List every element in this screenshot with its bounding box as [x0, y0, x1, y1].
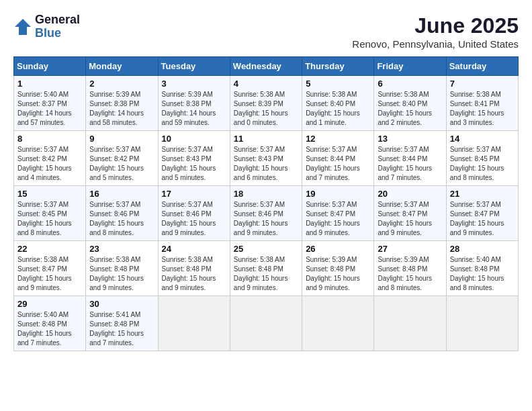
- weekday-header-monday: Monday: [86, 57, 158, 76]
- day-info: Sunrise: 5:37 AMSunset: 8:46 PMDaylight:…: [162, 200, 226, 238]
- day-number: 16: [89, 189, 154, 199]
- logo-text: General Blue: [35, 13, 80, 40]
- day-info: Sunrise: 5:37 AMSunset: 8:45 PMDaylight:…: [450, 145, 515, 183]
- day-number: 10: [162, 134, 226, 144]
- day-number: 1: [17, 79, 82, 89]
- calendar-cell: 2Sunrise: 5:39 AMSunset: 8:38 PMDaylight…: [86, 76, 158, 131]
- logo-blue: Blue: [35, 27, 80, 40]
- calendar-week-4: 22Sunrise: 5:38 AMSunset: 8:47 PMDayligh…: [14, 241, 519, 296]
- day-info: Sunrise: 5:37 AMSunset: 8:43 PMDaylight:…: [234, 145, 298, 183]
- day-info: Sunrise: 5:37 AMSunset: 8:42 PMDaylight:…: [17, 145, 82, 183]
- day-info: Sunrise: 5:41 AMSunset: 8:48 PMDaylight:…: [89, 310, 154, 348]
- calendar-cell: [158, 296, 230, 351]
- calendar-cell: 30Sunrise: 5:41 AMSunset: 8:48 PMDayligh…: [86, 296, 158, 351]
- title-area: June 2025 Renovo, Pennsylvania, United S…: [352, 13, 519, 50]
- calendar-cell: 13Sunrise: 5:37 AMSunset: 8:44 PMDayligh…: [374, 131, 446, 186]
- calendar-cell: 8Sunrise: 5:37 AMSunset: 8:42 PMDaylight…: [14, 131, 86, 186]
- day-number: 14: [450, 134, 515, 144]
- day-number: 23: [89, 244, 154, 254]
- calendar-cell: 23Sunrise: 5:38 AMSunset: 8:48 PMDayligh…: [86, 241, 158, 296]
- day-number: 24: [162, 244, 226, 254]
- calendar-header-row: SundayMondayTuesdayWednesdayThursdayFrid…: [14, 57, 519, 76]
- weekday-header-tuesday: Tuesday: [158, 57, 230, 76]
- day-number: 18: [234, 189, 298, 199]
- day-number: 19: [306, 189, 370, 199]
- day-info: Sunrise: 5:38 AMSunset: 8:41 PMDaylight:…: [450, 90, 515, 128]
- day-info: Sunrise: 5:37 AMSunset: 8:47 PMDaylight:…: [378, 200, 442, 238]
- month-title: June 2025: [352, 13, 519, 38]
- calendar-cell: 21Sunrise: 5:37 AMSunset: 8:47 PMDayligh…: [446, 186, 518, 241]
- calendar-cell: 1Sunrise: 5:40 AMSunset: 8:37 PMDaylight…: [14, 76, 86, 131]
- day-number: 4: [234, 79, 298, 89]
- calendar-cell: 27Sunrise: 5:39 AMSunset: 8:48 PMDayligh…: [374, 241, 446, 296]
- day-number: 15: [17, 189, 82, 199]
- day-info: Sunrise: 5:37 AMSunset: 8:46 PMDaylight:…: [234, 200, 298, 238]
- day-info: Sunrise: 5:38 AMSunset: 8:48 PMDaylight:…: [89, 255, 154, 293]
- calendar-cell: 16Sunrise: 5:37 AMSunset: 8:46 PMDayligh…: [86, 186, 158, 241]
- day-info: Sunrise: 5:39 AMSunset: 8:48 PMDaylight:…: [306, 255, 370, 293]
- calendar-cell: [230, 296, 302, 351]
- calendar-cell: 3Sunrise: 5:39 AMSunset: 8:38 PMDaylight…: [158, 76, 230, 131]
- location: Renovo, Pennsylvania, United States: [352, 38, 519, 50]
- calendar-week-3: 15Sunrise: 5:37 AMSunset: 8:45 PMDayligh…: [14, 186, 519, 241]
- calendar-week-2: 8Sunrise: 5:37 AMSunset: 8:42 PMDaylight…: [14, 131, 519, 186]
- calendar-cell: 20Sunrise: 5:37 AMSunset: 8:47 PMDayligh…: [374, 186, 446, 241]
- calendar-cell: 12Sunrise: 5:37 AMSunset: 8:44 PMDayligh…: [302, 131, 374, 186]
- calendar-cell: 24Sunrise: 5:38 AMSunset: 8:48 PMDayligh…: [158, 241, 230, 296]
- day-number: 7: [450, 79, 515, 89]
- calendar-cell: 7Sunrise: 5:38 AMSunset: 8:41 PMDaylight…: [446, 76, 518, 131]
- calendar-cell: 19Sunrise: 5:37 AMSunset: 8:47 PMDayligh…: [302, 186, 374, 241]
- day-number: 22: [17, 244, 82, 254]
- day-info: Sunrise: 5:39 AMSunset: 8:48 PMDaylight:…: [378, 255, 442, 293]
- calendar-cell: 25Sunrise: 5:38 AMSunset: 8:48 PMDayligh…: [230, 241, 302, 296]
- calendar-cell: 15Sunrise: 5:37 AMSunset: 8:45 PMDayligh…: [14, 186, 86, 241]
- day-info: Sunrise: 5:40 AMSunset: 8:48 PMDaylight:…: [17, 310, 82, 348]
- day-info: Sunrise: 5:40 AMSunset: 8:48 PMDaylight:…: [450, 255, 515, 293]
- weekday-header-wednesday: Wednesday: [230, 57, 302, 76]
- logo: General Blue: [13, 13, 80, 40]
- day-info: Sunrise: 5:39 AMSunset: 8:38 PMDaylight:…: [89, 90, 154, 128]
- weekday-header-saturday: Saturday: [446, 57, 518, 76]
- calendar-table: SundayMondayTuesdayWednesdayThursdayFrid…: [13, 56, 519, 351]
- calendar-cell: 11Sunrise: 5:37 AMSunset: 8:43 PMDayligh…: [230, 131, 302, 186]
- logo-icon: [13, 17, 32, 36]
- calendar-cell: 18Sunrise: 5:37 AMSunset: 8:46 PMDayligh…: [230, 186, 302, 241]
- calendar-cell: 28Sunrise: 5:40 AMSunset: 8:48 PMDayligh…: [446, 241, 518, 296]
- day-info: Sunrise: 5:39 AMSunset: 8:38 PMDaylight:…: [162, 90, 226, 128]
- day-number: 28: [450, 244, 515, 254]
- day-info: Sunrise: 5:37 AMSunset: 8:42 PMDaylight:…: [89, 145, 154, 183]
- day-info: Sunrise: 5:38 AMSunset: 8:40 PMDaylight:…: [378, 90, 442, 128]
- calendar-cell: 9Sunrise: 5:37 AMSunset: 8:42 PMDaylight…: [86, 131, 158, 186]
- calendar-cell: [374, 296, 446, 351]
- day-number: 29: [17, 299, 82, 309]
- day-info: Sunrise: 5:37 AMSunset: 8:47 PMDaylight:…: [450, 200, 515, 238]
- calendar-cell: [446, 296, 518, 351]
- day-number: 8: [17, 134, 82, 144]
- page-header: General Blue June 2025 Renovo, Pennsylva…: [13, 13, 519, 50]
- day-number: 3: [162, 79, 226, 89]
- day-number: 9: [89, 134, 154, 144]
- day-number: 25: [234, 244, 298, 254]
- logo-general: General: [35, 13, 80, 27]
- weekday-header-friday: Friday: [374, 57, 446, 76]
- calendar-cell: 17Sunrise: 5:37 AMSunset: 8:46 PMDayligh…: [158, 186, 230, 241]
- day-info: Sunrise: 5:37 AMSunset: 8:46 PMDaylight:…: [89, 200, 154, 238]
- day-number: 6: [378, 79, 442, 89]
- day-info: Sunrise: 5:37 AMSunset: 8:43 PMDaylight:…: [162, 145, 226, 183]
- day-info: Sunrise: 5:38 AMSunset: 8:48 PMDaylight:…: [162, 255, 226, 293]
- day-number: 13: [378, 134, 442, 144]
- weekday-header-thursday: Thursday: [302, 57, 374, 76]
- day-number: 17: [162, 189, 226, 199]
- day-number: 21: [450, 189, 515, 199]
- day-info: Sunrise: 5:38 AMSunset: 8:47 PMDaylight:…: [17, 255, 82, 293]
- calendar-week-1: 1Sunrise: 5:40 AMSunset: 8:37 PMDaylight…: [14, 76, 519, 131]
- day-info: Sunrise: 5:38 AMSunset: 8:39 PMDaylight:…: [234, 90, 298, 128]
- day-number: 12: [306, 134, 370, 144]
- calendar-cell: [302, 296, 374, 351]
- calendar-cell: 5Sunrise: 5:38 AMSunset: 8:40 PMDaylight…: [302, 76, 374, 131]
- calendar-week-5: 29Sunrise: 5:40 AMSunset: 8:48 PMDayligh…: [14, 296, 519, 351]
- calendar-cell: 10Sunrise: 5:37 AMSunset: 8:43 PMDayligh…: [158, 131, 230, 186]
- day-number: 27: [378, 244, 442, 254]
- calendar-cell: 4Sunrise: 5:38 AMSunset: 8:39 PMDaylight…: [230, 76, 302, 131]
- day-info: Sunrise: 5:37 AMSunset: 8:44 PMDaylight:…: [306, 145, 370, 183]
